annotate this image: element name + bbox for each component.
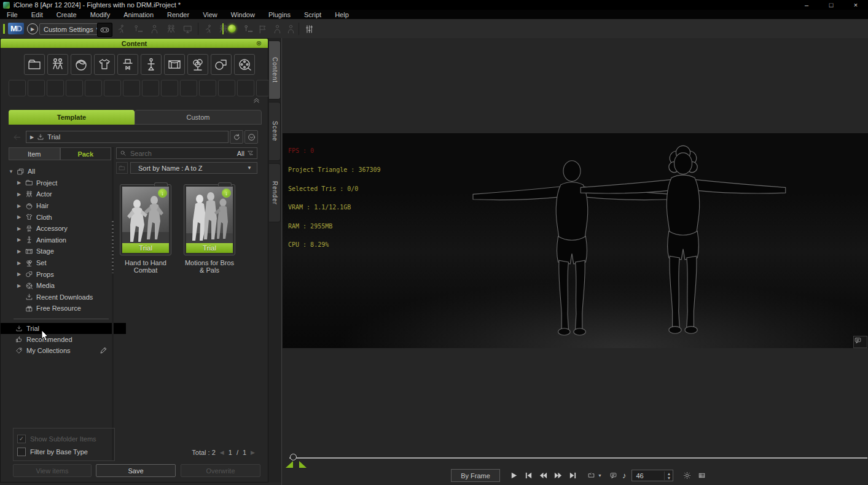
tree-item-all[interactable]: ▼All (9, 166, 111, 177)
collapsed-caret-icon[interactable]: ▶ (17, 214, 22, 220)
collapsed-caret-icon[interactable]: ▶ (17, 260, 22, 266)
empty-slot[interactable] (237, 80, 254, 96)
empty-slot[interactable] (47, 80, 64, 96)
collapse-chevron-icon[interactable] (252, 96, 260, 105)
empty-slot[interactable] (66, 80, 83, 96)
go-to-end-button[interactable] (567, 470, 579, 481)
search-scope-label[interactable]: All (237, 150, 244, 157)
category-project-button[interactable] (24, 54, 45, 75)
render-view[interactable]: FPS : 0 Project Triangle : 367309 Select… (283, 133, 868, 348)
frame-number-input[interactable] (632, 471, 664, 480)
tree-item-actor[interactable]: ▶Actor (9, 188, 111, 200)
empty-slot[interactable] (123, 80, 140, 96)
tree-splitter-handle[interactable] (112, 147, 114, 460)
empty-slot[interactable] (142, 80, 159, 96)
content-panel-header[interactable]: Content ⊗ (1, 39, 268, 48)
motion-live-status-icon[interactable] (228, 25, 236, 33)
tree-item-recent-downloads[interactable]: Recent Downloads (9, 292, 111, 303)
tab-item[interactable]: Item (9, 147, 60, 160)
preset-dropdown[interactable]: Custom Settings ▼ (39, 23, 104, 35)
tab-template[interactable]: Template (9, 110, 135, 125)
category-stage-button[interactable] (164, 54, 185, 75)
go-to-start-button[interactable] (523, 470, 534, 481)
tree-item-set[interactable]: ▶Set (9, 257, 111, 269)
category-set-button[interactable] (187, 54, 208, 75)
tree-item-cloth[interactable]: ▶Cloth (9, 211, 111, 223)
category-props-button[interactable] (211, 54, 232, 75)
card-thumbnail[interactable]: ↓ Trial (186, 187, 233, 253)
rewind-button[interactable] (538, 470, 549, 481)
breadcrumb[interactable]: ▶ Trial (26, 131, 229, 143)
spinner-up-icon[interactable]: ▲ (667, 471, 671, 476)
collapsed-caret-icon[interactable]: ▶ (17, 283, 22, 289)
tree-item-hair[interactable]: ▶Hair (9, 200, 111, 212)
close-button[interactable]: × (843, 0, 868, 10)
motion-director-logo[interactable]: MD (8, 23, 24, 34)
menu-modify[interactable]: Modify (84, 11, 117, 18)
category-animation-button[interactable] (141, 54, 162, 75)
menu-edit[interactable]: Edit (25, 11, 50, 18)
empty-slot[interactable] (199, 80, 216, 96)
category-cloth-button[interactable] (94, 54, 115, 75)
edit-collections-pencil-icon[interactable] (100, 346, 108, 355)
tree-item-project[interactable]: ▶Project (9, 177, 111, 189)
category-actor-button[interactable] (47, 54, 68, 75)
category-accessory-button[interactable] (117, 54, 138, 75)
empty-slot[interactable] (180, 80, 197, 96)
shortcut-trial[interactable]: Trial (1, 323, 126, 334)
filter-base-type-option[interactable]: Filter by Base Type (17, 445, 111, 458)
viewport-comment-button[interactable] (853, 336, 867, 348)
menu-help[interactable]: Help (328, 11, 356, 18)
loop-end-marker[interactable] (299, 461, 307, 468)
splitter-grip[interactable] (112, 221, 114, 273)
tree-item-free-resource[interactable]: Free Resource (9, 303, 111, 314)
side-tab-content[interactable]: Content (269, 41, 281, 99)
content-card[interactable]: ↓ Trial Motions for Bros & Pals (184, 184, 235, 274)
menu-animation[interactable]: Animation (117, 11, 160, 18)
play-button[interactable] (508, 470, 520, 481)
playback-mode-button[interactable]: By Frame (451, 469, 500, 482)
loop-options-caret-icon[interactable]: ▼ (598, 473, 602, 478)
music-note-icon[interactable]: ♪ (622, 471, 627, 480)
menu-render[interactable]: Render (160, 11, 196, 18)
back-arrow-icon[interactable] (9, 130, 25, 144)
content-panel-close-icon[interactable]: ⊗ (256, 39, 262, 47)
timeline-track[interactable] (289, 457, 867, 459)
gamepad-tool-button[interactable] (97, 23, 112, 37)
display-settings-button[interactable] (681, 470, 693, 481)
collapsed-caret-icon[interactable]: ▶ (17, 237, 22, 243)
menu-window[interactable]: Window (224, 11, 262, 18)
shortcut-recommended[interactable]: Recommended (9, 334, 111, 345)
timeline-panel-button[interactable] (696, 470, 708, 481)
card-thumbnail[interactable]: ↓ Trial (122, 187, 169, 253)
expanded-caret-icon[interactable]: ▼ (9, 169, 14, 174)
refresh-button[interactable] (230, 130, 243, 144)
menu-file[interactable]: File (0, 11, 25, 18)
tree-item-stage[interactable]: ▶Stage (9, 246, 111, 257)
expand-panel-button[interactable] (244, 130, 258, 144)
maximize-button[interactable]: □ (819, 0, 843, 10)
search-input[interactable] (129, 149, 235, 158)
collapsed-caret-icon[interactable]: ▶ (17, 226, 22, 231)
collapsed-caret-icon[interactable]: ▶ (17, 249, 22, 254)
minimize-button[interactable]: – (794, 0, 819, 10)
checkbox-unchecked-icon[interactable] (17, 448, 26, 456)
tree-item-props[interactable]: ▶Props (9, 268, 111, 280)
tree-item-animation[interactable]: ▶Animation (9, 235, 111, 246)
loop-range-button[interactable] (585, 470, 597, 481)
collapsed-caret-icon[interactable]: ▶ (17, 180, 22, 185)
collapsed-caret-icon[interactable]: ▶ (17, 271, 22, 277)
side-tab-scene[interactable]: Scene (269, 102, 281, 161)
empty-slot[interactable] (218, 80, 235, 96)
menu-plugins[interactable]: Plugins (262, 11, 297, 18)
side-tab-render[interactable]: Render (269, 163, 281, 222)
menu-create[interactable]: Create (50, 11, 84, 18)
menu-view[interactable]: View (196, 11, 224, 18)
sliders-tool-button[interactable] (302, 23, 316, 36)
tree-item-media[interactable]: ▶Media (9, 280, 111, 292)
category-hair-button[interactable] (71, 54, 92, 75)
empty-slot[interactable] (28, 80, 45, 96)
prev-page-icon[interactable]: ◀ (220, 449, 224, 456)
menu-script[interactable]: Script (297, 11, 328, 18)
shortcut-my-collections[interactable]: My Collections (9, 345, 111, 356)
